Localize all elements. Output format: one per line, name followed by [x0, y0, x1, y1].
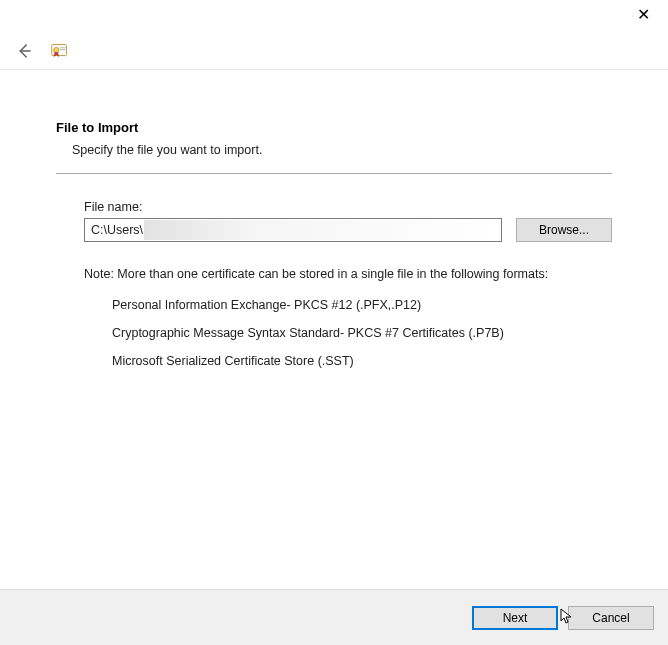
file-name-input[interactable]: [84, 218, 502, 242]
note-intro: Note: More than one certificate can be s…: [84, 266, 612, 284]
wizard-footer: Next Cancel: [0, 589, 668, 645]
cancel-button[interactable]: Cancel: [568, 606, 654, 630]
format-item: Personal Information Exchange- PKCS #12 …: [112, 298, 612, 312]
next-button[interactable]: Next: [472, 606, 558, 630]
close-button[interactable]: ✕: [628, 3, 658, 29]
certificate-wizard-icon: [49, 40, 71, 62]
svg-rect-3: [60, 47, 66, 48]
format-item: Microsoft Serialized Certificate Store (…: [112, 354, 612, 368]
format-list: Personal Information Exchange- PKCS #12 …: [84, 298, 612, 368]
file-name-label: File name:: [84, 200, 612, 214]
file-input-wrap: [84, 218, 502, 242]
file-row: Browse...: [84, 218, 612, 242]
nav-row: [0, 32, 668, 70]
browse-button[interactable]: Browse...: [516, 218, 612, 242]
page-subtitle: Specify the file you want to import.: [56, 143, 612, 157]
svg-rect-4: [60, 49, 66, 50]
titlebar: ✕: [0, 0, 668, 32]
back-button[interactable]: [15, 42, 33, 60]
wizard-content: File to Import Specify the file you want…: [0, 70, 668, 368]
page-title: File to Import: [56, 120, 612, 135]
divider: [56, 173, 612, 174]
form-area: File name: Browse... Note: More than one…: [56, 200, 612, 368]
back-arrow-icon: [15, 42, 33, 60]
format-item: Cryptographic Message Syntax Standard- P…: [112, 326, 612, 340]
